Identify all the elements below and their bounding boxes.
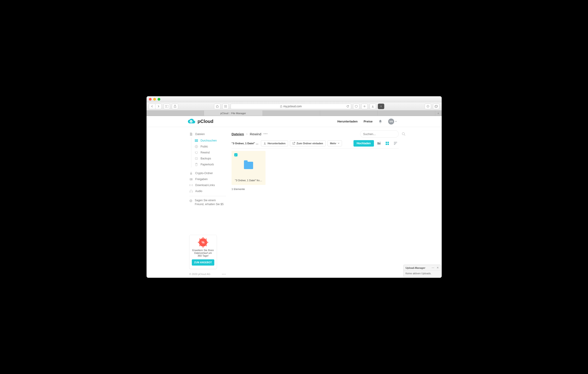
svg-rect-38 [388, 142, 389, 143]
sidebar-item-rewind[interactable]: Rewind [195, 150, 226, 156]
footer-menu-button[interactable]: ••• [222, 273, 226, 276]
grid-icon [224, 105, 227, 108]
breadcrumb-current[interactable]: Rewind [250, 132, 261, 136]
download-icon [263, 142, 266, 145]
items-count: 1 Elemente [231, 188, 399, 191]
headphones-icon [189, 189, 193, 193]
sidebar-item-backups[interactable]: Backups [195, 156, 226, 161]
new-folder-button[interactable] [376, 140, 382, 147]
downloads-button[interactable] [369, 104, 376, 109]
chevron-left-icon [151, 105, 153, 107]
safari-window: my.pcloud.com pCloud :: File Manager + p [147, 96, 442, 278]
svg-rect-24 [195, 141, 198, 142]
upload-manager-status: Keine aktiven Uploads. [404, 271, 441, 277]
sidebar-item-label: Rewind [200, 151, 210, 154]
cloud-logo-icon: p [188, 119, 196, 124]
trash-icon [195, 163, 198, 166]
selected-checkbox[interactable]: ✓ [234, 153, 238, 156]
sidebar-item-crypto[interactable]: Crypto-Ordner [189, 170, 226, 176]
breadcrumb-row: Dateien › Rewind ••• [231, 130, 399, 138]
promo-cta-button[interactable]: ZUM ANGEBOT [192, 259, 214, 266]
upload-manager-panel: Upload-Manager — ✕ Keine aktiven Uploads… [404, 265, 441, 277]
upload-manager-header[interactable]: Upload-Manager — ✕ [404, 265, 441, 271]
new-tab-button[interactable]: + [435, 110, 442, 116]
download-button[interactable]: Herunterladen [261, 140, 288, 146]
sidebar-item-audio[interactable]: Audio [189, 188, 226, 194]
apps-button[interactable] [222, 104, 229, 109]
grid-view-button[interactable] [384, 140, 390, 147]
search-input[interactable] [363, 132, 402, 136]
link-icon [189, 183, 193, 187]
tab-title: pCloud :: File Manager [220, 112, 246, 115]
brand-logo[interactable]: p pCloud [188, 119, 213, 124]
main-content: Dateien › Rewind ••• "3 Ordner, 1 Datei" [226, 127, 399, 278]
gear-icon [363, 105, 366, 108]
close-window-button[interactable] [149, 98, 152, 101]
sidebar-item-shares[interactable]: Freigaben [189, 176, 226, 182]
home-icon [216, 105, 219, 108]
notifications-button[interactable] [378, 119, 382, 124]
share-button[interactable] [172, 104, 178, 109]
svg-rect-16 [381, 107, 381, 107]
browser-tab[interactable]: pCloud :: File Manager [204, 110, 263, 116]
more-actions-button[interactable]: Mehr [327, 140, 342, 146]
reload-icon [346, 105, 349, 108]
sidebar-item-public[interactable]: Public [195, 144, 226, 150]
extensions-1-button[interactable] [361, 104, 368, 109]
forward-button[interactable] [155, 104, 162, 109]
lock-icon [280, 105, 282, 108]
file-icon [189, 132, 193, 136]
minimize-window-button[interactable] [153, 98, 156, 101]
svg-rect-15 [381, 106, 381, 107]
extensions-2-button[interactable] [378, 104, 384, 109]
home-button[interactable] [214, 104, 220, 109]
svg-point-4 [226, 105, 226, 106]
svg-rect-41 [394, 142, 397, 142]
reload-button[interactable] [346, 105, 349, 108]
breadcrumb-menu-button[interactable]: ••• [264, 132, 268, 136]
account-menu[interactable]: VH [388, 118, 397, 125]
minimize-upload-manager-button[interactable]: — [432, 266, 434, 269]
sidebar-icon [165, 105, 168, 107]
sidebar-item-download-links[interactable]: Download-Links [189, 182, 226, 188]
svg-point-34 [402, 133, 404, 135]
list-icon [195, 139, 198, 142]
nav-download[interactable]: Herunterladen [337, 120, 358, 123]
tabs-overview-button[interactable] [433, 104, 439, 109]
address-bar[interactable]: my.pcloud.com [231, 104, 351, 109]
invite-to-folder-button[interactable]: Zum Ordner einladen [290, 140, 326, 146]
app-header: p pCloud Herunterladen Preise VH [147, 116, 442, 127]
sidebar-item-files[interactable]: Dateien [189, 131, 226, 137]
downloads-indicator-button[interactable] [425, 104, 431, 109]
close-upload-manager-button[interactable]: ✕ [437, 266, 439, 269]
chevron-right-icon [158, 105, 159, 107]
upload-button[interactable]: Hochladen [354, 140, 374, 147]
back-button[interactable] [149, 104, 155, 109]
tab-spacer [378, 110, 435, 116]
download-icon [371, 105, 374, 108]
search-icon [402, 132, 405, 136]
sidebar-item-trash[interactable]: Papierkorb [195, 161, 226, 168]
download-circle-icon [427, 105, 429, 108]
svg-rect-37 [386, 142, 387, 143]
breadcrumb-root[interactable]: Dateien [231, 132, 244, 136]
sidebar-item-browse[interactable]: Durchsuchen [195, 138, 226, 144]
zoom-window-button[interactable] [158, 98, 160, 101]
search-box[interactable] [360, 130, 399, 138]
app-page: p pCloud Herunterladen Preise VH [147, 116, 442, 278]
nav-pricing[interactable]: Preise [364, 120, 373, 123]
sidebar-item-referral[interactable]: $ Sagen Sie einem Freund, erhalten Sie $… [189, 196, 226, 206]
svg-rect-31 [192, 191, 192, 192]
svg-point-3 [225, 105, 226, 106]
svg-point-10 [226, 107, 226, 107]
sidebar-item-label: Public [200, 145, 208, 148]
sidebar-toggle-button[interactable] [164, 104, 170, 109]
svg-point-5 [224, 106, 225, 106]
sort-button[interactable] [392, 140, 399, 147]
sort-icon [394, 142, 397, 145]
tab-bar: pCloud :: File Manager + [147, 110, 442, 116]
privacy-report-button[interactable] [353, 104, 359, 109]
folder-tile[interactable]: ✓ "3 Ordner, 1 Datei" fro… [231, 151, 265, 185]
backup-icon [195, 157, 198, 160]
brand-name: pCloud [198, 119, 213, 124]
